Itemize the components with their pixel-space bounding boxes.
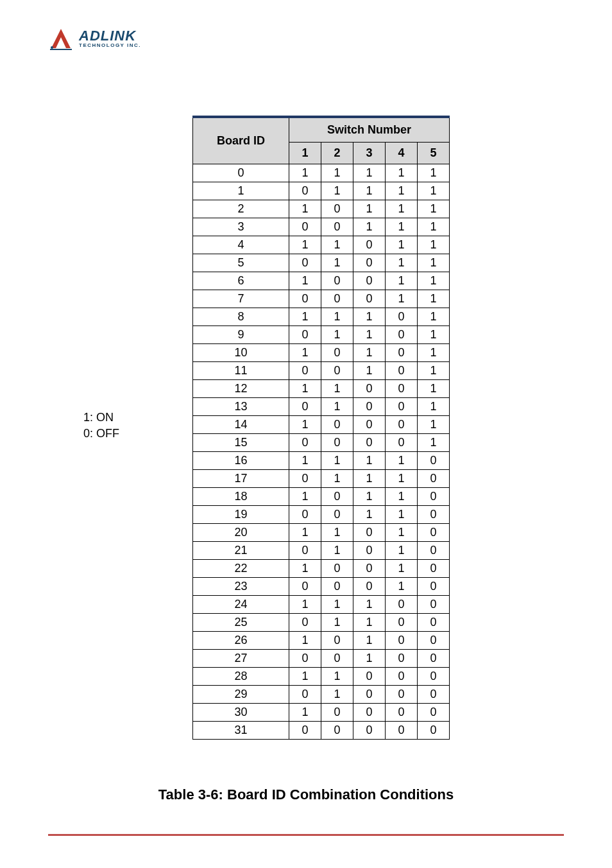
cell-switch: 1 — [418, 398, 450, 416]
cell-switch: 0 — [386, 416, 418, 434]
cell-switch: 0 — [353, 722, 386, 740]
cell-switch: 1 — [321, 668, 353, 686]
cell-board-id: 15 — [193, 434, 289, 452]
table-row: 811101 — [193, 308, 450, 326]
cell-board-id: 16 — [193, 452, 289, 470]
table-row: 2610100 — [193, 632, 450, 650]
header-col-4: 4 — [386, 143, 418, 164]
cell-switch: 0 — [289, 650, 321, 668]
table-row: 210111 — [193, 200, 450, 218]
cell-board-id: 31 — [193, 722, 289, 740]
table-row: 011111 — [193, 164, 450, 182]
cell-switch: 1 — [418, 254, 450, 272]
cell-switch: 0 — [321, 722, 353, 740]
cell-board-id: 2 — [193, 200, 289, 218]
logo-icon — [48, 26, 74, 51]
cell-switch: 0 — [321, 218, 353, 236]
cell-switch: 0 — [289, 470, 321, 488]
cell-board-id: 30 — [193, 704, 289, 722]
table-row: 300111 — [193, 218, 450, 236]
table-row: 2011010 — [193, 524, 450, 542]
cell-switch: 1 — [418, 344, 450, 362]
cell-switch: 1 — [289, 524, 321, 542]
cell-switch: 0 — [353, 524, 386, 542]
logo-subtitle: TECHNOLOGY INC. — [79, 43, 141, 48]
table-row: 2811000 — [193, 668, 450, 686]
cell-switch: 1 — [418, 272, 450, 290]
cell-switch: 0 — [418, 506, 450, 524]
cell-board-id: 27 — [193, 650, 289, 668]
cell-switch: 0 — [321, 560, 353, 578]
cell-switch: 1 — [321, 308, 353, 326]
cell-switch: 1 — [386, 218, 418, 236]
table-row: 101111 — [193, 182, 450, 200]
cell-switch: 1 — [289, 560, 321, 578]
table-row: 901101 — [193, 326, 450, 344]
cell-switch: 1 — [289, 632, 321, 650]
cell-board-id: 4 — [193, 236, 289, 254]
cell-board-id: 6 — [193, 272, 289, 290]
cell-switch: 1 — [418, 236, 450, 254]
cell-switch: 0 — [353, 578, 386, 596]
cell-switch: 0 — [386, 308, 418, 326]
cell-switch: 0 — [353, 434, 386, 452]
cell-board-id: 11 — [193, 362, 289, 380]
cell-switch: 0 — [321, 272, 353, 290]
cell-switch: 1 — [386, 452, 418, 470]
cell-switch: 0 — [321, 290, 353, 308]
table-row: 2700100 — [193, 650, 450, 668]
cell-switch: 0 — [321, 578, 353, 596]
cell-board-id: 17 — [193, 470, 289, 488]
cell-switch: 1 — [386, 560, 418, 578]
cell-switch: 1 — [418, 182, 450, 200]
table-row: 700011 — [193, 290, 450, 308]
cell-switch: 1 — [418, 308, 450, 326]
cell-switch: 1 — [353, 182, 386, 200]
cell-board-id: 18 — [193, 488, 289, 506]
cell-switch: 1 — [353, 632, 386, 650]
cell-board-id: 1 — [193, 182, 289, 200]
header-col-3: 3 — [353, 143, 386, 164]
cell-board-id: 7 — [193, 290, 289, 308]
svg-point-0 — [51, 46, 53, 49]
cell-board-id: 3 — [193, 218, 289, 236]
cell-board-id: 0 — [193, 164, 289, 182]
cell-switch: 0 — [418, 722, 450, 740]
cell-switch: 0 — [418, 524, 450, 542]
cell-switch: 0 — [418, 578, 450, 596]
cell-switch: 1 — [321, 596, 353, 614]
cell-switch: 0 — [386, 686, 418, 704]
cell-switch: 1 — [386, 542, 418, 560]
cell-switch: 1 — [289, 164, 321, 182]
cell-switch: 0 — [289, 722, 321, 740]
cell-switch: 1 — [386, 470, 418, 488]
cell-board-id: 29 — [193, 686, 289, 704]
cell-switch: 1 — [386, 578, 418, 596]
cell-switch: 0 — [289, 182, 321, 200]
header-col-5: 5 — [418, 143, 450, 164]
cell-switch: 1 — [353, 308, 386, 326]
logo: ADLINK TECHNOLOGY INC. — [48, 26, 141, 51]
header-col-1: 1 — [289, 143, 321, 164]
cell-switch: 0 — [353, 272, 386, 290]
table-row: 411011 — [193, 236, 450, 254]
logo-name: ADLINK — [79, 29, 141, 43]
cell-switch: 1 — [353, 506, 386, 524]
cell-switch: 1 — [289, 200, 321, 218]
table-row: 2901000 — [193, 686, 450, 704]
cell-switch: 1 — [321, 182, 353, 200]
cell-switch: 0 — [289, 398, 321, 416]
cell-switch: 0 — [386, 614, 418, 632]
cell-switch: 0 — [289, 542, 321, 560]
cell-switch: 0 — [321, 416, 353, 434]
board-id-table-wrapper: Board ID Switch Number 1 2 3 4 5 0111111… — [192, 116, 450, 740]
cell-switch: 1 — [353, 470, 386, 488]
table-row: 1100101 — [193, 362, 450, 380]
cell-switch: 0 — [353, 290, 386, 308]
cell-switch: 1 — [353, 218, 386, 236]
cell-switch: 0 — [353, 236, 386, 254]
cell-switch: 1 — [353, 326, 386, 344]
cell-board-id: 26 — [193, 632, 289, 650]
table-row: 1211001 — [193, 380, 450, 398]
cell-switch: 0 — [418, 452, 450, 470]
